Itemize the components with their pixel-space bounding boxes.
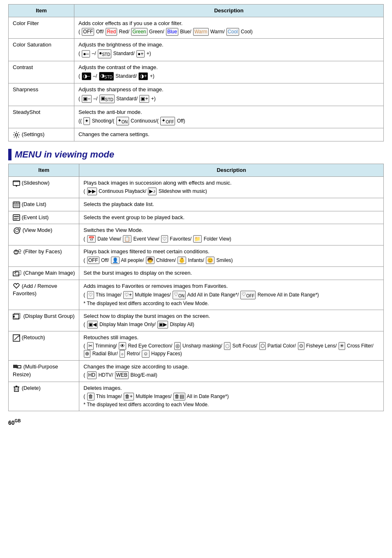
svg-line-24 <box>14 271 17 274</box>
table-row: (Retouch) Retouches still images. ( ✂ Tr… <box>9 331 384 361</box>
add-all-fav-icon: ♡ON <box>173 291 186 299</box>
item-cell: SteadyShot <box>9 106 74 128</box>
table-row: Color Filter Adds color effects as if yo… <box>9 17 384 39</box>
table-row: (Change Main Image) Set the burst images… <box>9 267 384 280</box>
filter-faces-icon <box>13 248 22 256</box>
event-view-icon: 📋 <box>123 235 131 243</box>
settings-label: (Settings) <box>22 131 45 137</box>
main-only-icon: ▣◀ <box>87 321 98 329</box>
svg-point-19 <box>15 250 17 252</box>
page-number: 60GB <box>8 419 384 426</box>
table-row: Contrast Adjusts the contrast of the ima… <box>9 61 384 83</box>
fisheye-icon: ⊙ <box>298 342 304 350</box>
red-eye-icon: 👁 <box>119 342 126 350</box>
delete-label: (Delete) <box>22 385 41 391</box>
off2-icon: ✦OFF <box>160 117 175 125</box>
desc-cell: Adds color effects as if you use a color… <box>74 17 384 39</box>
top-table: Item Description Color Filter Adds color… <box>8 4 384 141</box>
svg-rect-23 <box>15 271 21 275</box>
contrast-std-icon: ◑STD <box>99 72 114 81</box>
display-all-icon: ▣▶ <box>157 321 168 329</box>
favorites-note: * The displayed text differs according t… <box>83 300 379 307</box>
favorites-icon <box>13 282 20 290</box>
partial-color-icon: ⬡ <box>259 342 266 350</box>
desc-main: Adjusts the contrast of the image. <box>78 64 379 71</box>
item-cell: (Filter by Faces) <box>9 245 79 267</box>
resize-icon <box>13 364 22 371</box>
retro-icon: ⬦ <box>120 350 125 358</box>
children-icon: 🧒 <box>146 257 154 264</box>
filter-off-icon: OFF <box>87 257 99 264</box>
view-mode-label: (View Mode) <box>23 227 53 233</box>
svg-rect-2 <box>13 181 20 182</box>
item-cell: Contrast <box>9 61 74 83</box>
desc-main: Adjusts the sharpness of the image. <box>78 86 379 93</box>
item-cell: (Retouch) <box>9 331 79 361</box>
slideshow-icon <box>13 180 20 187</box>
sharp-plus-icon: ▣+ <box>139 95 149 103</box>
date-list-icon <box>13 201 20 208</box>
svg-rect-36 <box>14 387 18 391</box>
item-cell: (Settings) <box>9 128 74 141</box>
retouch-label: (Retouch) <box>22 334 45 340</box>
desc-main: Plays back images in succession along wi… <box>83 179 379 187</box>
settings-icon <box>13 131 20 139</box>
item-cell: (Slideshow) <box>9 177 79 198</box>
sharp-minus-icon: ▣– <box>82 95 92 103</box>
table-row: Color Saturation Adjusts the brightness … <box>9 39 384 61</box>
desc-main: Adds color effects as if you use a color… <box>78 20 379 27</box>
desc-sub: ( ◑– –/ ◑STD Standard/ ◑+ +) <box>78 72 379 81</box>
desc-cell: Plays back images filtered to meet certa… <box>79 245 384 267</box>
bottom-table-header-item: Item <box>9 164 79 177</box>
trimming-icon: ✂ <box>87 342 94 350</box>
section-bar <box>8 149 12 160</box>
continuous-playback-icon: ▶▶ <box>87 188 97 195</box>
desc-main: Selects the playback date list. <box>83 201 379 208</box>
desc-cell: Switches the View Mode. ( 📅 Date View/ 📋… <box>79 224 384 245</box>
desc-cell: Deletes images. ( 🗑 This Image/ 🗑+ Multi… <box>79 382 384 411</box>
multi-fav-icon: ♡+ <box>123 291 133 299</box>
table-row: Sharpness Adjusts the sharpness of the i… <box>9 83 384 106</box>
desc-sub: ( HD HDTV/ WEB Blog/E-mail) <box>83 371 379 379</box>
desc-main: Adds images to Favorites or removes imag… <box>83 282 379 290</box>
burst-group-label: (Display Burst Group) <box>23 313 75 319</box>
delete-this-icon: 🗑 <box>87 393 95 401</box>
top-table-header-item: Item <box>9 5 74 17</box>
desc-cell: Adjusts the brightness of the image. ( ●… <box>74 39 384 61</box>
sharp-std-icon: ▣STD <box>99 95 115 103</box>
item-cell: Color Saturation <box>9 39 74 61</box>
table-row: (Filter by Faces) Plays back images filt… <box>9 245 384 267</box>
red-icon: Red <box>106 28 117 36</box>
delete-icon <box>13 385 20 392</box>
table-row: (Add / RemoveFavorites) Adds images to F… <box>9 280 384 310</box>
table-row: (Settings) Changes the camera settings. <box>9 128 384 141</box>
item-cell: (Display Burst Group) <box>9 310 79 331</box>
burst-group-icon <box>13 313 22 320</box>
desc-main: Deletes images. <box>83 384 379 392</box>
item-cell: (Add / RemoveFavorites) <box>9 280 79 310</box>
table-row: (View Mode) Switches the View Mode. ( 📅 … <box>9 224 384 245</box>
desc-main: Changes the camera settings. <box>78 131 379 138</box>
std-icon: ●STD <box>98 49 111 58</box>
change-main-image-label: (Change Main Image) <box>23 270 75 276</box>
minus-icon: ●– <box>82 50 90 58</box>
table-row: (Slideshow) Plays back images in success… <box>9 177 384 198</box>
desc-cell: Select how to display the burst images o… <box>79 310 384 331</box>
item-cell: (Delete) <box>9 382 79 411</box>
blue-icon: Blue <box>166 28 178 36</box>
svg-rect-13 <box>14 216 19 217</box>
contrast-minus-icon: ◑– <box>82 72 91 80</box>
slideshow-music-icon: ▶♪ <box>148 188 157 195</box>
desc-cell: Selects the anti-blur mode. (( ✦ Shootin… <box>74 106 384 128</box>
desc-cell: Selects the playback date list. <box>79 198 384 211</box>
table-row: SteadyShot Selects the anti-blur mode. (… <box>9 106 384 128</box>
desc-sub: ( ▣– –/ ▣STD Standard/ ▣+ +) <box>78 95 379 103</box>
desc-main: Set the burst images to display on the s… <box>83 269 379 277</box>
desc-main: Switches the View Mode. <box>83 227 379 234</box>
item-cell: Sharpness <box>9 83 74 106</box>
date-list-label: (Date List) <box>22 201 46 207</box>
contrast-plus-icon: ◑+ <box>138 72 148 80</box>
desc-sub: ( ▶▶ Continuous Playback/ ▶♪ Slideshow w… <box>83 188 379 195</box>
desc-cell: Selects the event group to be played bac… <box>79 211 384 224</box>
svg-point-0 <box>15 134 18 136</box>
